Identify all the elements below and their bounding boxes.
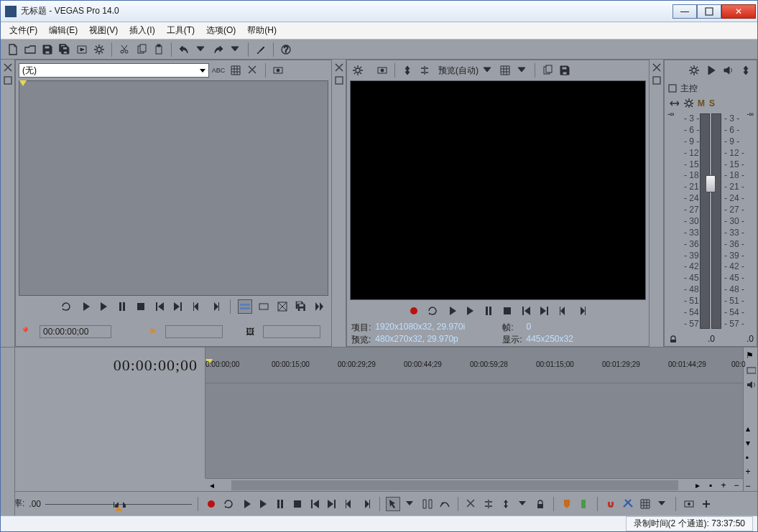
minimize-button[interactable]: — (673, 4, 697, 19)
save-all-button[interactable] (57, 42, 73, 57)
trimmer-media-select[interactable]: (无) (19, 63, 209, 78)
trimmer-play-button[interactable] (96, 299, 111, 314)
tl-quantize-dd[interactable] (655, 497, 670, 511)
trimmer-sort-button[interactable] (228, 62, 244, 78)
preview-stop-button[interactable] (500, 304, 514, 318)
redo-dd-button[interactable] (228, 42, 244, 57)
tl-ripple-dd[interactable] (516, 497, 530, 511)
maximize-button[interactable] (697, 4, 721, 19)
menu-file[interactable]: 文件(F) (4, 23, 43, 38)
tl-addbus-button[interactable] (699, 497, 713, 511)
timeline-track-headers[interactable] (15, 383, 205, 478)
mixer-output-button[interactable] (738, 62, 754, 78)
tl-lock-button[interactable] (533, 497, 547, 511)
tl-split-button[interactable] (481, 497, 496, 511)
tl-vfit[interactable]: ▪ (746, 452, 756, 462)
tl-marker-button[interactable] (560, 497, 574, 511)
trimmer-playin-button[interactable] (78, 299, 92, 314)
preview-last-button[interactable] (537, 304, 552, 318)
preview-grid-button[interactable] (497, 62, 513, 78)
preview-playin-button[interactable] (444, 304, 458, 318)
tl-playin-button[interactable] (239, 497, 253, 511)
undo-dd-button[interactable] (193, 42, 209, 57)
trimmer-first-button[interactable] (152, 299, 167, 314)
lock-icon[interactable] (667, 334, 676, 345)
new-button[interactable] (5, 42, 21, 57)
tl-flag-icon[interactable]: ⚑ (746, 350, 756, 360)
master-fader[interactable] (706, 175, 716, 192)
menu-edit[interactable]: 编辑(E) (43, 23, 83, 38)
preview-save-button[interactable] (557, 62, 573, 78)
preview-props-button[interactable] (350, 62, 366, 78)
trimmer-len-input[interactable] (263, 325, 320, 338)
menu-options[interactable]: 选项(O) (200, 23, 241, 38)
preview-pause-button[interactable] (481, 304, 496, 318)
tl-vzoom-down[interactable]: ▾ (746, 438, 756, 448)
preview-loop-button[interactable] (425, 304, 440, 318)
tl-track-v-icon[interactable] (746, 365, 756, 375)
trimmer-more-button[interactable] (313, 299, 327, 314)
tl-envtool-button[interactable] (438, 497, 452, 511)
menu-help[interactable]: 帮助(H) (241, 23, 282, 38)
redo-button[interactable] (211, 42, 226, 57)
trimmer-abc-button[interactable]: ABC (211, 62, 226, 78)
timeline-ruler[interactable]: 0:00:00;0000:00:15;0000:00:29;2900:00:44… (205, 347, 743, 383)
preview-quality-dd[interactable] (480, 62, 496, 78)
preview-stage[interactable] (350, 80, 646, 300)
timeline-timecode[interactable]: 00:00:00;00 (114, 356, 198, 375)
mixer-props-button[interactable] (686, 62, 702, 78)
tl-region-button[interactable] (577, 497, 591, 511)
menu-insert[interactable]: 插入(I) (124, 23, 160, 38)
tl-addtrack-button[interactable] (682, 497, 696, 511)
tl-tool-dd[interactable] (403, 497, 417, 511)
tl-last-button[interactable] (325, 497, 339, 511)
dock-close-icon[interactable] (3, 62, 13, 73)
preview-prevframe-button[interactable] (556, 304, 570, 318)
open-button[interactable] (22, 42, 38, 57)
render-button[interactable] (74, 42, 90, 57)
trimmer-last-button[interactable] (171, 299, 185, 314)
hscroll-fit[interactable]: ▪ (704, 479, 717, 492)
tl-prevframe-button[interactable] (342, 497, 356, 511)
tl-normaltool-button[interactable] (386, 497, 400, 511)
hscroll-right[interactable]: ▸ (691, 479, 704, 492)
mixer-auto-icon[interactable] (683, 98, 693, 110)
trimmer-stage[interactable] (19, 80, 328, 296)
preview-quality-label[interactable]: 预览(自动) (438, 65, 479, 77)
dock-max-icon[interactable] (334, 75, 344, 85)
tl-vzoom-up[interactable]: ▴ (746, 424, 756, 434)
trimmer-del-button[interactable] (245, 62, 261, 78)
tl-seltool-button[interactable] (420, 497, 435, 511)
preview-grid-dd[interactable] (514, 62, 530, 78)
tl-track-a-icon[interactable] (746, 379, 756, 389)
mixer-dim-button[interactable] (721, 62, 736, 78)
preview-fx-button[interactable] (399, 62, 415, 78)
dock-close-icon[interactable] (652, 62, 662, 73)
tl-play-button[interactable] (256, 497, 270, 511)
touch-button[interactable] (253, 42, 269, 57)
timeline-tracks-area[interactable] (205, 383, 743, 478)
tl-first-button[interactable] (308, 497, 322, 511)
trimmer-sel-input[interactable] (165, 325, 223, 338)
tl-vminus[interactable]: − (746, 481, 756, 491)
trimmer-savemark-button[interactable] (294, 299, 308, 314)
mixer-pan-icon[interactable] (669, 98, 679, 110)
tl-loop-button[interactable] (221, 497, 236, 511)
hscroll-zout[interactable]: − (730, 479, 743, 492)
trimmer-stop-button[interactable] (134, 299, 148, 314)
tl-vplus[interactable]: + (746, 467, 756, 477)
preview-extmon-button[interactable] (374, 62, 390, 78)
dock-max-icon[interactable] (3, 75, 13, 85)
save-button[interactable] (40, 42, 55, 57)
preview-split-button[interactable] (417, 62, 433, 78)
cut-button[interactable] (116, 42, 132, 57)
tl-snap-button[interactable] (604, 497, 618, 511)
trimmer-nextframe-button[interactable] (208, 299, 223, 314)
hscroll-left[interactable]: ◂ (205, 479, 218, 492)
trimmer-addvideo-button[interactable] (256, 299, 271, 314)
dock-close-icon[interactable] (334, 62, 344, 73)
trimmer-prevframe-button[interactable] (190, 299, 204, 314)
tl-nextframe-button[interactable] (359, 497, 374, 511)
trimmer-pause-button[interactable] (115, 299, 129, 314)
preview-play-button[interactable] (463, 304, 477, 318)
